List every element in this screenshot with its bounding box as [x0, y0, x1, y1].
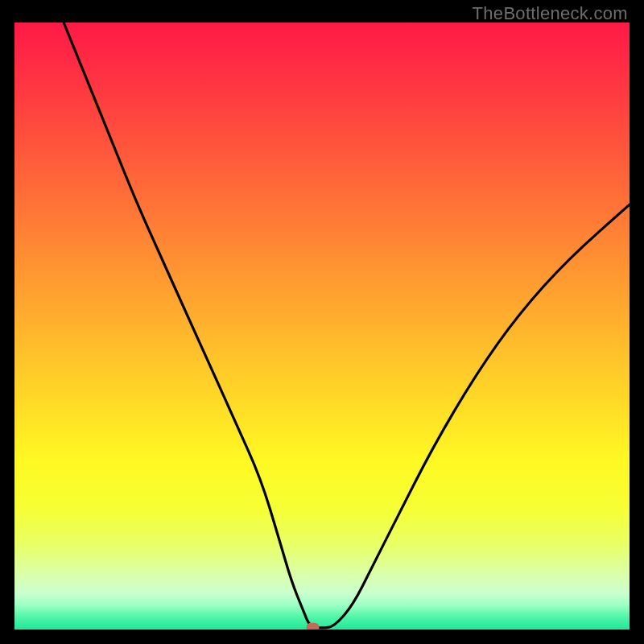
min-marker: [307, 623, 320, 630]
curve-svg: [14, 23, 630, 630]
chart-frame: TheBottleneck.com: [0, 0, 644, 644]
bottleneck-curve: [64, 23, 630, 628]
watermark-text: TheBottleneck.com: [473, 3, 628, 24]
plot-area: [14, 23, 630, 630]
